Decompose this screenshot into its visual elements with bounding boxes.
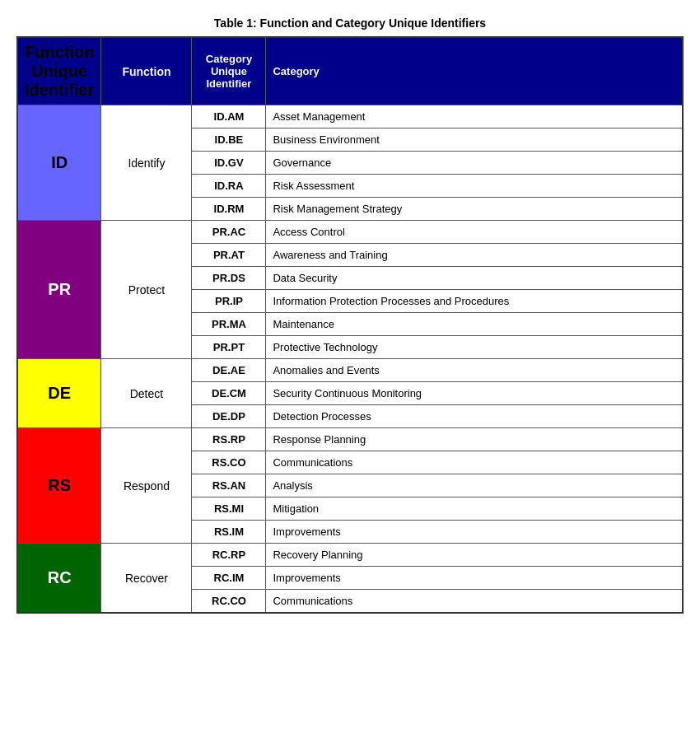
table-row: PRProtectPR.ACAccess Control: [17, 221, 683, 244]
category-name-cell: Communications: [266, 590, 683, 614]
category-name-cell: Governance: [266, 152, 683, 175]
category-uid-cell: ID.RM: [192, 198, 266, 221]
category-uid-cell: RS.MI: [192, 497, 266, 521]
category-uid-cell: RC.CO: [192, 590, 266, 614]
function-uid-cell: DE: [17, 359, 101, 428]
category-name-cell: Risk Assessment: [266, 175, 683, 198]
function-name-cell: Recover: [101, 544, 192, 614]
function-name-cell: Respond: [101, 428, 192, 544]
category-name-cell: Improvements: [266, 521, 683, 544]
category-uid-cell: RS.RP: [192, 428, 266, 451]
header-function: Function: [101, 37, 192, 105]
function-uid-cell: PR: [17, 221, 101, 359]
table-row: DEDetectDE.AEAnomalies and Events: [17, 359, 683, 382]
category-uid-cell: ID.RA: [192, 175, 266, 198]
table-title: Table 1: Function and Category Unique Id…: [16, 16, 684, 30]
header-cat-uid: Category Unique Identifier: [192, 37, 266, 105]
category-uid-cell: PR.AC: [192, 221, 266, 244]
function-uid-cell: ID: [17, 105, 101, 221]
category-name-cell: Asset Management: [266, 105, 683, 128]
category-uid-cell: PR.DS: [192, 267, 266, 290]
category-uid-cell: ID.BE: [192, 128, 266, 152]
category-uid-cell: DE.AE: [192, 359, 266, 382]
category-name-cell: Risk Management Strategy: [266, 198, 683, 221]
category-uid-cell: RC.IM: [192, 567, 266, 590]
category-name-cell: Information Protection Processes and Pro…: [266, 290, 683, 313]
header-category: Category: [266, 37, 683, 105]
category-name-cell: Recovery Planning: [266, 544, 683, 567]
category-name-cell: Security Continuous Monitoring: [266, 382, 683, 405]
function-name-cell: Protect: [101, 221, 192, 359]
category-name-cell: Business Environment: [266, 128, 683, 152]
category-uid-cell: RS.CO: [192, 451, 266, 474]
category-name-cell: Data Security: [266, 267, 683, 290]
function-name-cell: Detect: [101, 359, 192, 428]
category-name-cell: Awareness and Training: [266, 244, 683, 267]
header-func-uid: Function Unique Identifier: [17, 37, 101, 105]
category-uid-cell: RC.RP: [192, 544, 266, 567]
function-uid-cell: RC: [17, 544, 101, 614]
category-uid-cell: DE.CM: [192, 382, 266, 405]
category-uid-cell: RS.AN: [192, 474, 266, 497]
category-name-cell: Analysis: [266, 474, 683, 497]
category-name-cell: Communications: [266, 451, 683, 474]
category-uid-cell: DE.DP: [192, 405, 266, 428]
category-name-cell: Improvements: [266, 567, 683, 590]
main-table: Function Unique Identifier Function Cate…: [16, 36, 684, 614]
function-name-cell: Identify: [101, 105, 192, 221]
category-uid-cell: PR.AT: [192, 244, 266, 267]
function-uid-cell: RS: [17, 428, 101, 544]
category-name-cell: Mitigation: [266, 497, 683, 521]
category-name-cell: Response Planning: [266, 428, 683, 451]
category-uid-cell: PR.IP: [192, 290, 266, 313]
category-name-cell: Detection Processes: [266, 405, 683, 428]
category-uid-cell: PR.MA: [192, 313, 266, 336]
category-uid-cell: RS.IM: [192, 521, 266, 544]
table-row: RSRespondRS.RPResponse Planning: [17, 428, 683, 451]
category-uid-cell: ID.AM: [192, 105, 266, 128]
category-name-cell: Access Control: [266, 221, 683, 244]
category-name-cell: Protective Technology: [266, 336, 683, 359]
table-row: RCRecoverRC.RPRecovery Planning: [17, 544, 683, 567]
category-uid-cell: PR.PT: [192, 336, 266, 359]
page-container: Table 1: Function and Category Unique Id…: [16, 16, 684, 614]
table-row: IDIdentifyID.AMAsset Management: [17, 105, 683, 128]
category-name-cell: Anomalies and Events: [266, 359, 683, 382]
category-uid-cell: ID.GV: [192, 152, 266, 175]
category-name-cell: Maintenance: [266, 313, 683, 336]
